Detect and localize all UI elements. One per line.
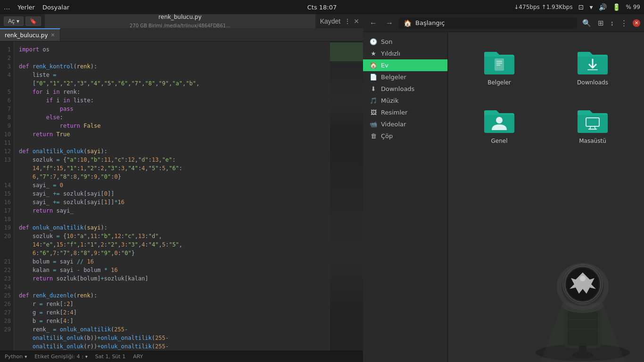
topbar-menu-yerler[interactable]: Yerler (17, 4, 35, 11)
folder-belgeler-label: Belgeler (487, 79, 511, 86)
fm-sidebar-cop[interactable]: 🗑 Çöp (363, 130, 447, 142)
fm-sidebar-home[interactable]: 🏠 Ev (363, 59, 447, 71)
topbar-menu-dosyalar[interactable]: Dosyalar (42, 4, 69, 11)
fm-sidebar-videolar[interactable]: 📹 Videolar (363, 118, 447, 130)
close-tab-button[interactable]: ✕ (354, 17, 359, 25)
fm-location-text: Başlangıç (415, 19, 445, 26)
music-icon: 🎵 (370, 97, 377, 104)
fm-location-bar[interactable]: 🏠 Başlangıç (399, 17, 577, 29)
downloads-icon: ⬇ (370, 85, 377, 92)
svg-rect-0 (495, 58, 504, 71)
file-tab-close[interactable]: ✕ (51, 32, 55, 38)
battery-percent: % 99 (626, 4, 641, 10)
language-selector[interactable]: Python ▾ (5, 354, 27, 360)
main-layout: Aç ▾ 🔖 renk_bulucu.py 270 GB Birimi /med… (0, 14, 644, 362)
save-button[interactable]: Kaydet (319, 16, 342, 26)
documents-icon: 📄 (370, 74, 377, 81)
wifi-icon: ▾ (589, 3, 593, 11)
topbar: ... Yerler Dosyalar Cts 18:07 ↓475bps ↑1… (0, 0, 644, 14)
file-manager-panel: ← → 🏠 Başlangıç 🔍 ⊞ ↕ ⋮ ✕ 🕐 Son (363, 14, 644, 362)
svg-point-6 (496, 117, 503, 123)
open-button[interactable]: Aç ▾ (4, 16, 24, 26)
fm-search-button[interactable]: 🔍 (580, 17, 594, 29)
fm-more-button[interactable]: ⋮ (618, 17, 630, 29)
fm-content: 🕐 Son ★ Yıldızlı 🏠 Ev 📄 Belgeler ⬇ (363, 32, 644, 362)
editor-panel: Aç ▾ 🔖 renk_bulucu.py 270 GB Birimi /med… (0, 14, 363, 362)
folder-belgeler-icon (482, 46, 516, 76)
folder-genel-label: Genel (491, 138, 507, 144)
more-options-button[interactable]: ⋮ (343, 16, 352, 26)
net-speed: ↓475bps ↑1.93Kbps (514, 4, 572, 10)
screenshot-icon: ⊡ (578, 3, 584, 11)
editor-file-tab[interactable]: renk_bulucu.py 270 GB Birimi /media/trli… (45, 14, 315, 28)
folder-genel[interactable]: Genel (457, 100, 541, 149)
folder-belgeler[interactable]: Belgeler (457, 41, 541, 90)
bookmark-button[interactable]: 🔖 (25, 16, 41, 26)
recent-icon: 🕐 (370, 38, 377, 45)
fm-sidebar-downloads[interactable]: ⬇ Downloads (363, 83, 447, 95)
fm-sidebar: 🕐 Son ★ Yıldızlı 🏠 Ev 📄 Belgeler ⬇ (363, 32, 448, 362)
folder-masaustu-icon (576, 105, 610, 135)
folder-masaustu[interactable]: Masaüstü (551, 100, 635, 149)
line-numbers: 1234 5678910111213 14151617181920 212223… (0, 41, 14, 351)
code-area[interactable]: import os def renk_kontrol(renk): liste … (14, 41, 330, 351)
fm-forward-button[interactable]: → (383, 17, 396, 29)
cursor-position[interactable]: Sat 1, Süt 1 (95, 354, 125, 360)
topbar-left: ... Yerler Dosyalar (4, 3, 69, 11)
folder-genel-icon (482, 105, 516, 135)
topbar-dots[interactable]: ... (4, 3, 10, 11)
fm-mascot (503, 197, 644, 362)
minimap (330, 41, 363, 351)
editor-tab-right-controls: Kaydet ⋮ ✕ (315, 14, 363, 28)
trash-icon: 🗑 (370, 132, 377, 140)
fm-sidebar-muzik[interactable]: 🎵 Müzik (363, 95, 447, 107)
fm-sidebar-starred[interactable]: ★ Yıldızlı (363, 48, 447, 59)
svg-point-19 (580, 276, 586, 281)
indent-selector[interactable]: Etiket Genişliği: 4 : ▾ (34, 354, 88, 360)
statusbar: Python ▾ Etiket Genişliği: 4 : ▾ Sat 1, … (0, 351, 363, 362)
fm-sort-button[interactable]: ↕ (608, 17, 617, 29)
fm-close-button[interactable]: ✕ (633, 19, 640, 27)
minimap-highlight (330, 42, 363, 61)
editor-content[interactable]: 1234 5678910111213 14151617181920 212223… (0, 41, 363, 351)
fm-sidebar-belgeler[interactable]: 📄 Belgeler (363, 71, 447, 83)
file-tabs: renk_bulucu.py ✕ (0, 28, 363, 41)
fm-sidebar-resimler[interactable]: 🖼 Resimler (363, 107, 447, 118)
topbar-right: ↓475bps ↑1.93Kbps ⊡ ▾ 🔊 🔋 % 99 (514, 3, 640, 11)
fm-back-button[interactable]: ← (367, 17, 380, 29)
home-icon: 🏠 (404, 19, 412, 27)
fm-toolbar: ← → 🏠 Başlangıç 🔍 ⊞ ↕ ⋮ ✕ (363, 14, 644, 32)
mascot-svg (512, 211, 644, 362)
battery-icon: 🔋 (612, 3, 620, 11)
folder-downloads[interactable]: Downloads (551, 41, 635, 90)
topbar-clock: Cts 18:07 (307, 4, 337, 11)
fm-view-button[interactable]: ⊞ (595, 17, 606, 29)
editor-tabbar: Aç ▾ 🔖 renk_bulucu.py 270 GB Birimi /med… (0, 14, 363, 28)
pictures-icon: 🖼 (370, 109, 377, 116)
star-icon: ★ (370, 50, 377, 57)
home-sidebar-icon: 🏠 (370, 62, 377, 69)
folder-downloads-icon (576, 46, 610, 76)
fm-sidebar-son[interactable]: 🕐 Son (363, 36, 447, 48)
fm-main-area: Belgeler (448, 32, 644, 362)
videos-icon: 📹 (370, 121, 377, 128)
encoding-selector[interactable]: ARY (133, 354, 143, 360)
fm-toolbar-icons: 🔍 ⊞ ↕ ⋮ (580, 17, 630, 29)
active-file-tab[interactable]: renk_bulucu.py ✕ (0, 28, 60, 41)
minimap-content (330, 41, 363, 351)
editor-tab-controls: Aç ▾ 🔖 (0, 14, 45, 28)
fm-folder-grid: Belgeler (457, 41, 635, 149)
folder-masaustu-label: Masaüstü (579, 138, 606, 144)
volume-icon: 🔊 (599, 3, 607, 11)
folder-downloads-label: Downloads (577, 79, 608, 86)
